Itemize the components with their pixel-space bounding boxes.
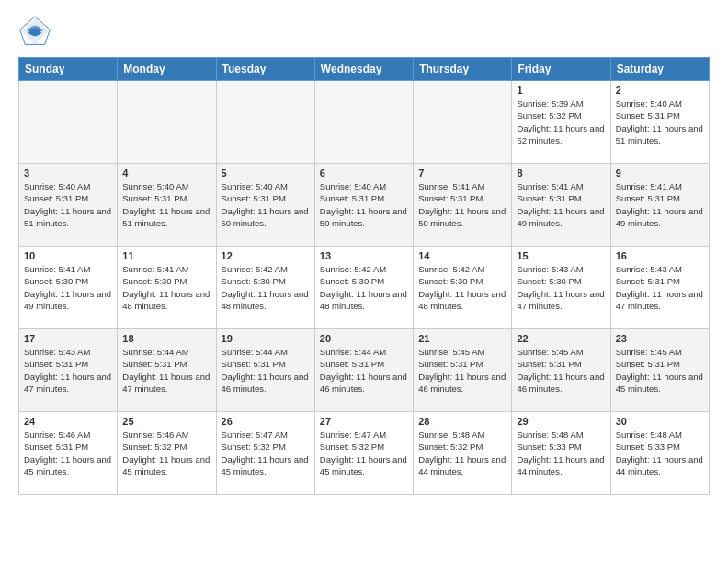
day-number: 23 <box>616 333 704 344</box>
page: SundayMondayTuesdayWednesdayThursdayFrid… <box>0 0 728 513</box>
day-info: Sunrise: 5:43 AM Sunset: 5:31 PM Dayligh… <box>24 346 112 395</box>
calendar-cell: 5Sunrise: 5:40 AM Sunset: 5:31 PM Daylig… <box>216 164 314 247</box>
day-info: Sunrise: 5:45 AM Sunset: 5:31 PM Dayligh… <box>517 346 605 395</box>
day-number: 19 <box>222 333 310 344</box>
day-info: Sunrise: 5:42 AM Sunset: 5:30 PM Dayligh… <box>418 263 506 312</box>
day-info: Sunrise: 5:48 AM Sunset: 5:33 PM Dayligh… <box>616 429 704 477</box>
calendar-cell: 8Sunrise: 5:41 AM Sunset: 5:31 PM Daylig… <box>512 164 610 247</box>
day-info: Sunrise: 5:41 AM Sunset: 5:31 PM Dayligh… <box>418 180 506 229</box>
day-info: Sunrise: 5:46 AM Sunset: 5:32 PM Dayligh… <box>122 429 210 477</box>
calendar-cell: 7Sunrise: 5:41 AM Sunset: 5:31 PM Daylig… <box>414 164 512 247</box>
day-number: 28 <box>418 416 506 427</box>
day-number: 18 <box>122 333 210 344</box>
calendar-cell: 27Sunrise: 5:47 AM Sunset: 5:32 PM Dayli… <box>314 412 413 495</box>
calendar-cell: 25Sunrise: 5:46 AM Sunset: 5:32 PM Dayli… <box>118 412 216 495</box>
day-info: Sunrise: 5:46 AM Sunset: 5:31 PM Dayligh… <box>24 429 112 477</box>
calendar-table: SundayMondayTuesdayWednesdayThursdayFrid… <box>18 57 710 495</box>
day-number: 20 <box>320 333 408 344</box>
calendar-cell: 17Sunrise: 5:43 AM Sunset: 5:31 PM Dayli… <box>19 329 118 412</box>
weekday-header-row: SundayMondayTuesdayWednesdayThursdayFrid… <box>19 58 710 81</box>
day-info: Sunrise: 5:48 AM Sunset: 5:33 PM Dayligh… <box>517 429 605 477</box>
day-number: 26 <box>222 416 310 427</box>
day-number: 24 <box>24 416 112 427</box>
day-info: Sunrise: 5:47 AM Sunset: 5:32 PM Dayligh… <box>222 429 310 477</box>
calendar-cell: 9Sunrise: 5:41 AM Sunset: 5:31 PM Daylig… <box>610 164 709 247</box>
day-number: 15 <box>517 250 605 261</box>
day-number: 9 <box>616 167 704 178</box>
calendar-week-1: 1Sunrise: 5:39 AM Sunset: 5:32 PM Daylig… <box>19 81 710 164</box>
day-info: Sunrise: 5:40 AM Sunset: 5:31 PM Dayligh… <box>320 180 408 229</box>
day-info: Sunrise: 5:45 AM Sunset: 5:31 PM Dayligh… <box>418 346 506 395</box>
day-number: 5 <box>222 167 310 178</box>
calendar-cell: 10Sunrise: 5:41 AM Sunset: 5:30 PM Dayli… <box>19 247 118 329</box>
calendar-cell <box>314 81 413 164</box>
day-info: Sunrise: 5:40 AM Sunset: 5:31 PM Dayligh… <box>24 180 112 229</box>
day-number: 3 <box>24 167 112 178</box>
day-info: Sunrise: 5:41 AM Sunset: 5:30 PM Dayligh… <box>122 263 210 312</box>
calendar-week-3: 10Sunrise: 5:41 AM Sunset: 5:30 PM Dayli… <box>19 247 710 329</box>
weekday-header-friday: Friday <box>512 58 610 81</box>
calendar-cell: 11Sunrise: 5:41 AM Sunset: 5:30 PM Dayli… <box>118 247 216 329</box>
header <box>18 15 710 48</box>
day-info: Sunrise: 5:45 AM Sunset: 5:31 PM Dayligh… <box>616 346 704 395</box>
calendar-cell: 24Sunrise: 5:46 AM Sunset: 5:31 PM Dayli… <box>19 412 118 495</box>
calendar-cell: 14Sunrise: 5:42 AM Sunset: 5:30 PM Dayli… <box>414 247 512 329</box>
calendar-cell <box>19 81 118 164</box>
weekday-header-saturday: Saturday <box>610 58 709 81</box>
day-number: 11 <box>122 250 210 261</box>
calendar-cell: 13Sunrise: 5:42 AM Sunset: 5:30 PM Dayli… <box>314 247 413 329</box>
calendar-cell: 26Sunrise: 5:47 AM Sunset: 5:32 PM Dayli… <box>216 412 314 495</box>
day-info: Sunrise: 5:41 AM Sunset: 5:31 PM Dayligh… <box>517 180 605 229</box>
day-info: Sunrise: 5:40 AM Sunset: 5:31 PM Dayligh… <box>616 98 704 146</box>
day-info: Sunrise: 5:48 AM Sunset: 5:32 PM Dayligh… <box>418 429 506 477</box>
day-number: 17 <box>24 333 112 344</box>
calendar-cell: 18Sunrise: 5:44 AM Sunset: 5:31 PM Dayli… <box>118 329 216 412</box>
weekday-header-monday: Monday <box>118 58 216 81</box>
day-info: Sunrise: 5:40 AM Sunset: 5:31 PM Dayligh… <box>222 180 310 229</box>
weekday-header-thursday: Thursday <box>414 58 512 81</box>
calendar-cell: 20Sunrise: 5:44 AM Sunset: 5:31 PM Dayli… <box>314 329 413 412</box>
day-number: 7 <box>418 167 506 178</box>
logo <box>18 15 57 48</box>
day-number: 29 <box>517 416 605 427</box>
day-info: Sunrise: 5:42 AM Sunset: 5:30 PM Dayligh… <box>222 263 310 312</box>
calendar-cell <box>216 81 314 164</box>
calendar-cell <box>414 81 512 164</box>
weekday-header-wednesday: Wednesday <box>314 58 413 81</box>
calendar-cell: 2Sunrise: 5:40 AM Sunset: 5:31 PM Daylig… <box>610 81 709 164</box>
day-info: Sunrise: 5:42 AM Sunset: 5:30 PM Dayligh… <box>320 263 408 312</box>
day-info: Sunrise: 5:43 AM Sunset: 5:31 PM Dayligh… <box>616 263 704 312</box>
calendar-cell <box>118 81 216 164</box>
day-number: 22 <box>517 333 605 344</box>
logo-icon <box>18 15 51 48</box>
weekday-header-tuesday: Tuesday <box>216 58 314 81</box>
calendar-week-5: 24Sunrise: 5:46 AM Sunset: 5:31 PM Dayli… <box>19 412 710 495</box>
calendar-cell: 19Sunrise: 5:44 AM Sunset: 5:31 PM Dayli… <box>216 329 314 412</box>
calendar-cell: 22Sunrise: 5:45 AM Sunset: 5:31 PM Dayli… <box>512 329 610 412</box>
calendar-cell: 4Sunrise: 5:40 AM Sunset: 5:31 PM Daylig… <box>118 164 216 247</box>
calendar-cell: 15Sunrise: 5:43 AM Sunset: 5:30 PM Dayli… <box>512 247 610 329</box>
calendar-cell: 23Sunrise: 5:45 AM Sunset: 5:31 PM Dayli… <box>610 329 709 412</box>
calendar-week-2: 3Sunrise: 5:40 AM Sunset: 5:31 PM Daylig… <box>19 164 710 247</box>
day-number: 16 <box>616 250 704 261</box>
day-number: 30 <box>616 416 704 427</box>
day-number: 21 <box>418 333 506 344</box>
day-number: 14 <box>418 250 506 261</box>
day-info: Sunrise: 5:47 AM Sunset: 5:32 PM Dayligh… <box>320 429 408 477</box>
calendar-week-4: 17Sunrise: 5:43 AM Sunset: 5:31 PM Dayli… <box>19 329 710 412</box>
day-number: 2 <box>616 85 704 96</box>
calendar-cell: 29Sunrise: 5:48 AM Sunset: 5:33 PM Dayli… <box>512 412 610 495</box>
day-info: Sunrise: 5:41 AM Sunset: 5:30 PM Dayligh… <box>24 263 112 312</box>
day-number: 13 <box>320 250 408 261</box>
calendar-cell: 1Sunrise: 5:39 AM Sunset: 5:32 PM Daylig… <box>512 81 610 164</box>
day-info: Sunrise: 5:39 AM Sunset: 5:32 PM Dayligh… <box>517 98 605 146</box>
day-number: 10 <box>24 250 112 261</box>
calendar-cell: 6Sunrise: 5:40 AM Sunset: 5:31 PM Daylig… <box>314 164 413 247</box>
day-number: 4 <box>122 167 210 178</box>
calendar-cell: 16Sunrise: 5:43 AM Sunset: 5:31 PM Dayli… <box>610 247 709 329</box>
day-info: Sunrise: 5:44 AM Sunset: 5:31 PM Dayligh… <box>122 346 210 395</box>
calendar-cell: 12Sunrise: 5:42 AM Sunset: 5:30 PM Dayli… <box>216 247 314 329</box>
day-info: Sunrise: 5:43 AM Sunset: 5:30 PM Dayligh… <box>517 263 605 312</box>
day-number: 25 <box>122 416 210 427</box>
calendar-cell: 21Sunrise: 5:45 AM Sunset: 5:31 PM Dayli… <box>414 329 512 412</box>
